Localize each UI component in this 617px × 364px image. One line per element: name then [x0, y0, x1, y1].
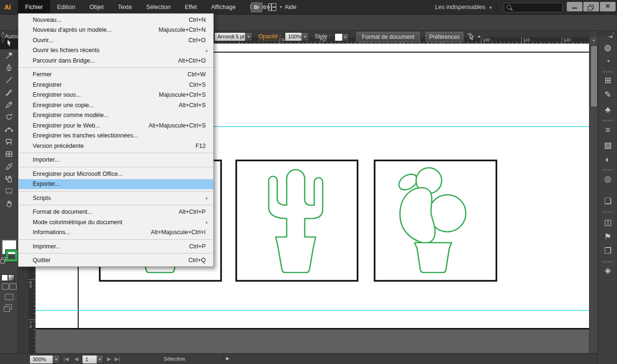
- menu-fichier[interactable]: Fichier: [18, 0, 50, 14]
- file-menu-item-format-de-document[interactable]: Format de document...Alt+Ctrl+P: [18, 207, 213, 218]
- first-artboard-icon[interactable]: |◀: [64, 356, 69, 362]
- menu-objet[interactable]: Objet: [82, 0, 111, 14]
- bridge-button[interactable]: Br: [251, 2, 263, 12]
- search-input[interactable]: [504, 3, 563, 12]
- dock-grip[interactable]: [602, 169, 613, 171]
- file-menu-item-ouvrir[interactable]: Ouvrir...Ctrl+O: [18, 35, 213, 46]
- file-menu-item-enregistrer-pour-microsoft-office[interactable]: Enregistrer pour Microsoft Office...: [18, 169, 213, 179]
- symbol-sprayer-tool[interactable]: [0, 173, 18, 185]
- panel-toggle-icon[interactable]: ⇥: [608, 33, 613, 40]
- restore-button[interactable]: [583, 2, 599, 11]
- swap-fill-stroke-icon[interactable]: [1, 257, 6, 262]
- panel-transparence-icon[interactable]: ◐: [598, 155, 617, 165]
- file-menu-item-enregistrer-comme-mode-le[interactable]: Enregistrer comme modèle...: [18, 110, 213, 121]
- last-artboard-icon[interactable]: ▶|: [115, 356, 120, 362]
- line-segment-tool[interactable]: [0, 74, 18, 86]
- workspace-switcher[interactable]: Les indispensables▼: [435, 0, 492, 14]
- document-setup-button[interactable]: Format de document: [356, 32, 420, 42]
- minimize-button[interactable]: [567, 2, 582, 11]
- file-menu-item-scripts[interactable]: Scripts›: [18, 193, 213, 203]
- zoom-dropdown-button[interactable]: ▼: [53, 355, 60, 364]
- brush-definition-field[interactable]: Arrondi 5 pt: [214, 32, 248, 41]
- file-menu-item-enregistrer-pour-le-web[interactable]: Enregistrer pour le Web...Alt+Majuscule+…: [18, 120, 213, 131]
- file-menu-item-version-pre-ce-dente[interactable]: Version précédenteF12: [18, 141, 213, 151]
- pen-tool[interactable]: [0, 62, 18, 74]
- menu-edition[interactable]: Edition: [50, 0, 82, 14]
- prev-artboard-icon[interactable]: ◀: [74, 356, 78, 362]
- isolate-selection-icon[interactable]: [467, 33, 481, 41]
- file-menu-item-fermer[interactable]: FermerCtrl+W: [18, 70, 213, 80]
- menu-affichage[interactable]: Affichage: [204, 0, 243, 14]
- panel-formes-icon[interactable]: ✎: [598, 90, 617, 100]
- file-menu-item-mode-colorime-trique-du-document[interactable]: Mode colorimétrique du document›: [18, 217, 213, 228]
- next-artboard-icon[interactable]: ▶: [107, 356, 111, 362]
- menu-texte[interactable]: Texte: [111, 0, 139, 14]
- panel-calques-icon[interactable]: ◈: [598, 265, 617, 276]
- draw-behind-button[interactable]: [9, 283, 17, 290]
- panel-contour-icon[interactable]: ≡: [598, 125, 617, 136]
- color-mode-button[interactable]: [1, 274, 8, 281]
- panel-alignement-icon[interactable]: ⚑: [598, 232, 617, 242]
- dock-collapse-button[interactable]: «: [598, 30, 617, 36]
- opacity-link[interactable]: Opacité :: [258, 33, 281, 40]
- panel-guide-des-couleurs-icon[interactable]: ◔: [598, 56, 617, 67]
- change-screen-mode-icon[interactable]: [6, 304, 12, 309]
- dock-grip[interactable]: [602, 211, 613, 213]
- magic-wand-tool[interactable]: [0, 49, 18, 62]
- file-menu-item-exporter[interactable]: Exporter...: [18, 179, 213, 190]
- panel-nuancier-icon[interactable]: ⊞: [598, 75, 617, 86]
- width-tool[interactable]: [0, 123, 18, 136]
- panel-plans-de-travail-icon[interactable]: ◫: [598, 218, 617, 228]
- file-menu-item-enregistrer-sous[interactable]: Enregistrer sous...Majuscule+Ctrl+S: [18, 90, 213, 100]
- dock-grip[interactable]: [602, 71, 613, 73]
- draw-normal-button[interactable]: [2, 283, 9, 290]
- panel-degrade-icon[interactable]: ▧: [598, 140, 617, 151]
- rotate-tool[interactable]: [0, 111, 18, 123]
- pencil-tool[interactable]: [0, 99, 18, 111]
- panel-symboles-icon[interactable]: ♣: [598, 105, 617, 115]
- zoom-level-field[interactable]: 300%: [29, 355, 56, 364]
- menu-effet[interactable]: Effet: [178, 0, 204, 14]
- file-menu-item-enregistrer-une-copie[interactable]: Enregistrer une copie...Alt+Ctrl+S: [18, 100, 213, 110]
- file-menu-item-quitter[interactable]: QuitterCtrl+Q: [18, 255, 213, 266]
- artboard-dropdown-button[interactable]: ▼: [97, 355, 104, 364]
- panel-aspect-icon[interactable]: ◎: [598, 174, 617, 184]
- brush-dropdown-button[interactable]: ▼: [245, 32, 253, 41]
- style-swatch[interactable]: [335, 33, 343, 41]
- menu-selection[interactable]: Sélection: [139, 0, 178, 14]
- gradient-mode-button[interactable]: [8, 274, 15, 281]
- file-menu-item-ouvrir-les-fichiers-re-cents[interactable]: Ouvrir les fichiers récents›: [18, 46, 213, 56]
- scroll-up-icon[interactable]: ▲: [590, 38, 598, 42]
- dock-grip[interactable]: [602, 261, 613, 263]
- opacity-dropdown-button[interactable]: ▼: [301, 32, 309, 41]
- panel-styles-graphiques-icon[interactable]: ❏: [598, 196, 617, 207]
- hand-tool[interactable]: [0, 197, 18, 209]
- file-menu-item-enregistrer-les-tranches-se-lectionne-es[interactable]: Enregistrer les tranches sélectionnées..…: [18, 131, 213, 141]
- style-dropdown-button[interactable]: ▼: [342, 33, 349, 41]
- control-bar-grip[interactable]: [1, 32, 4, 42]
- preferences-button[interactable]: Préférences: [426, 32, 463, 42]
- panel-couleur-icon[interactable]: ◍: [598, 43, 617, 53]
- dock-grip[interactable]: [602, 120, 613, 121]
- shape-builder-tool[interactable]: [0, 136, 18, 148]
- panel-pathfinder-icon[interactable]: ❐: [598, 246, 617, 256]
- file-menu-item-informations[interactable]: Informations...Alt+Majuscule+Ctrl+I: [18, 228, 213, 238]
- file-menu-item-importer[interactable]: Importer...: [18, 155, 213, 165]
- vertical-scroll-thumb[interactable]: [590, 46, 598, 107]
- vertical-scrollbar[interactable]: ▲ ▼: [589, 37, 598, 364]
- paintbrush-tool[interactable]: [0, 86, 18, 99]
- stroke-color-swatch[interactable]: [6, 250, 18, 262]
- file-menu-item-nouveau[interactable]: Nouveau...Ctrl+N: [18, 15, 213, 25]
- file-menu-item-parcourir-dans-bridge[interactable]: Parcourir dans Bridge...Alt+Ctrl+O: [18, 55, 213, 66]
- status-field-arrow-icon[interactable]: ▶: [226, 356, 229, 361]
- screen-mode-button[interactable]: [5, 294, 13, 300]
- status-field[interactable]: Sélection: [125, 355, 224, 363]
- artboard-tool[interactable]: [0, 185, 18, 197]
- file-menu-item-imprimer[interactable]: Imprimer...Ctrl+P: [18, 241, 213, 252]
- file-menu-item-nouveau-d-apre-s-un-mode-le[interactable]: Nouveau d'après un modèle...Majuscule+Ct…: [18, 25, 213, 36]
- eyedropper-tool[interactable]: [0, 160, 18, 173]
- mesh-tool[interactable]: [0, 148, 18, 160]
- close-button[interactable]: ✕: [600, 2, 616, 11]
- arrange-documents-button[interactable]: ▼: [268, 3, 282, 11]
- file-menu-item-enregistrer[interactable]: EnregistrerCtrl+S: [18, 80, 213, 90]
